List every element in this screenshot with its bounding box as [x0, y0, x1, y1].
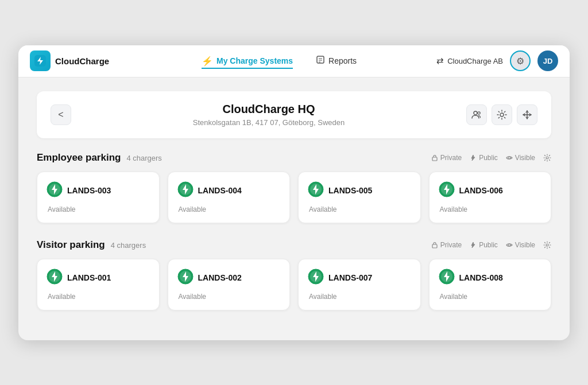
charger-icon-LANDS-006	[439, 181, 455, 200]
zone-public-0: Public	[470, 154, 498, 162]
location-address: Stenkolsgatan 1B, 417 07, Göteborg, Swed…	[71, 118, 466, 127]
charger-top-LANDS-003: LANDS-003	[47, 181, 150, 200]
svg-point-11	[508, 157, 510, 159]
charger-icon-LANDS-003	[47, 181, 63, 200]
zone-count-1: 4 chargers	[111, 241, 146, 250]
zone-section-0: Employee parking4 chargersPrivatePublicV…	[37, 152, 551, 223]
charger-status-LANDS-007: Available	[308, 293, 411, 301]
charger-icon-LANDS-005	[308, 181, 324, 200]
nav-center: ⚡ My Charge Systems Reports	[122, 53, 436, 69]
charger-status-LANDS-005: Available	[308, 205, 411, 213]
location-name: CloudCharge HQ	[71, 103, 466, 116]
svg-rect-9	[432, 157, 437, 161]
charger-top-LANDS-002: LANDS-002	[177, 269, 281, 287]
svg-point-8	[500, 113, 504, 116]
charger-card-LANDS-005[interactable]: LANDS-005Available	[298, 172, 421, 223]
charger-top-LANDS-007: LANDS-007	[308, 269, 411, 287]
top-navigation: CloudCharge ⚡ My Charge Systems Reports	[18, 45, 570, 77]
svg-point-27	[508, 244, 510, 246]
charger-icon-LANDS-004	[177, 181, 194, 200]
zone-settings-icon-0[interactable]	[543, 154, 551, 162]
main-content: < CloudCharge HQ Stenkolsgatan 1B, 417 0…	[18, 77, 570, 340]
lightning-icon: ⚡	[202, 56, 213, 67]
svg-point-12	[546, 157, 548, 159]
zone-header-0: Employee parking4 chargersPrivatePublicV…	[37, 152, 551, 164]
zone-private-0: Private	[431, 154, 462, 162]
zone-count-0: 4 chargers	[126, 154, 161, 162]
company-switcher[interactable]: ⇄ CloudCharge AB	[436, 56, 503, 66]
charger-card-LANDS-007[interactable]: LANDS-007Available	[298, 259, 421, 310]
svg-marker-10	[471, 155, 475, 161]
nav-right: ⇄ CloudCharge AB ⚙ JD	[436, 50, 558, 71]
private-label-0: Private	[440, 154, 462, 162]
users-button[interactable]	[466, 104, 487, 125]
chargers-grid-1: LANDS-001Available LANDS-002Available LA…	[37, 259, 551, 310]
charger-id-LANDS-002: LANDS-002	[198, 273, 242, 282]
zone-title-1: Visitor parking	[37, 239, 105, 251]
charger-card-LANDS-008[interactable]: LANDS-008Available	[429, 259, 552, 310]
charger-top-LANDS-005: LANDS-005	[308, 181, 411, 200]
charger-id-LANDS-005: LANDS-005	[328, 186, 372, 195]
zone-visible-0: Visible	[506, 154, 535, 162]
zone-public-1: Public	[470, 241, 498, 249]
charger-id-LANDS-001: LANDS-001	[67, 273, 111, 282]
charger-card-LANDS-002[interactable]: LANDS-002Available	[168, 259, 291, 310]
nav-my-charge-systems[interactable]: ⚡ My Charge Systems	[202, 53, 293, 69]
public-label-1: Public	[479, 241, 498, 249]
back-button[interactable]: <	[51, 104, 71, 125]
charger-icon-LANDS-007	[308, 269, 324, 287]
svg-point-28	[546, 244, 548, 246]
zone-visible-1: Visible	[506, 241, 535, 249]
charger-status-LANDS-001: Available	[47, 293, 150, 301]
zones-container: Employee parking4 chargersPrivatePublicV…	[37, 152, 551, 310]
location-info: CloudCharge HQ Stenkolsgatan 1B, 417 07,…	[71, 103, 466, 127]
back-icon: <	[58, 110, 63, 120]
visible-label-0: Visible	[515, 154, 535, 162]
app-window: CloudCharge ⚡ My Charge Systems Reports	[18, 45, 570, 340]
charger-icon-LANDS-001	[47, 269, 63, 287]
zone-header-1: Visitor parking4 chargersPrivatePublicVi…	[37, 239, 551, 251]
charger-top-LANDS-004: LANDS-004	[177, 181, 281, 200]
nav-reports[interactable]: Reports	[316, 53, 357, 69]
zone-title-area-0: Employee parking4 chargers	[37, 152, 162, 164]
chargers-grid-0: LANDS-003Available LANDS-004Available LA…	[37, 172, 551, 223]
charger-id-LANDS-008: LANDS-008	[459, 273, 503, 282]
zone-section-1: Visitor parking4 chargersPrivatePublicVi…	[37, 239, 551, 310]
charger-top-LANDS-001: LANDS-001	[47, 269, 150, 287]
svg-point-7	[478, 111, 480, 114]
charger-id-LANDS-003: LANDS-003	[67, 186, 111, 195]
svg-rect-25	[432, 244, 437, 248]
charger-top-LANDS-008: LANDS-008	[439, 269, 542, 287]
charger-card-LANDS-001[interactable]: LANDS-001Available	[37, 259, 160, 310]
zone-title-0: Employee parking	[37, 152, 121, 164]
charger-id-LANDS-007: LANDS-007	[328, 273, 372, 282]
location-actions	[466, 104, 537, 125]
svg-point-6	[474, 111, 477, 115]
charger-status-LANDS-003: Available	[47, 205, 150, 213]
location-header: < CloudCharge HQ Stenkolsgatan 1B, 417 0…	[37, 91, 551, 138]
charger-status-LANDS-004: Available	[177, 205, 281, 213]
charger-status-LANDS-002: Available	[177, 293, 281, 301]
zone-settings-icon-1[interactable]	[543, 241, 551, 249]
svg-marker-26	[471, 242, 475, 248]
zone-meta-0: PrivatePublicVisible	[431, 154, 551, 162]
zone-title-area-1: Visitor parking4 chargers	[37, 239, 146, 251]
charger-status-LANDS-006: Available	[439, 205, 542, 213]
location-settings-button[interactable]	[492, 104, 512, 125]
zone-meta-1: PrivatePublicVisible	[431, 241, 551, 249]
user-avatar[interactable]: JD	[537, 50, 558, 71]
charger-card-LANDS-003[interactable]: LANDS-003Available	[37, 172, 160, 223]
charger-card-LANDS-006[interactable]: LANDS-006Available	[429, 172, 552, 223]
reports-icon	[316, 55, 325, 67]
logo-text: CloudCharge	[55, 56, 109, 66]
logo-icon	[30, 50, 51, 71]
settings-button[interactable]: ⚙	[510, 50, 531, 71]
charger-status-LANDS-008: Available	[439, 293, 542, 301]
charger-top-LANDS-006: LANDS-006	[439, 181, 542, 200]
visible-label-1: Visible	[515, 241, 535, 249]
move-button[interactable]	[517, 104, 537, 125]
logo-area: CloudCharge	[30, 50, 122, 71]
switch-icon: ⇄	[436, 56, 444, 66]
charger-card-LANDS-004[interactable]: LANDS-004Available	[168, 172, 291, 223]
charger-icon-LANDS-002	[177, 269, 194, 287]
